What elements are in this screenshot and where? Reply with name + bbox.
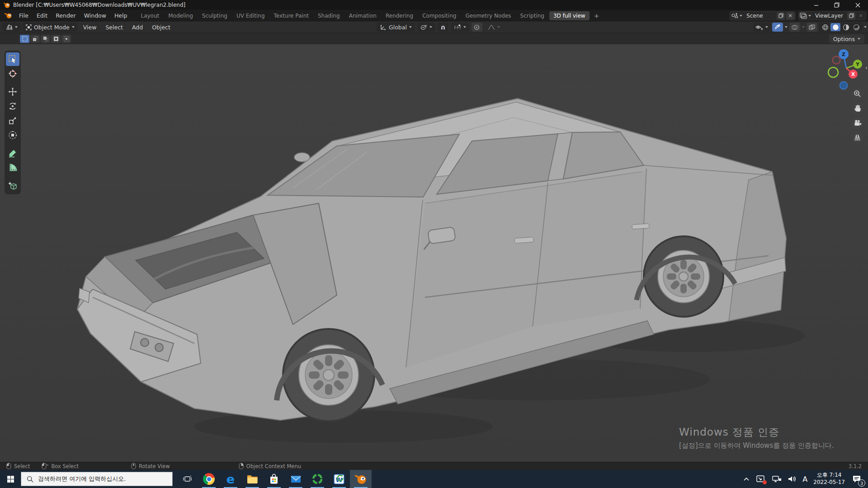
menu-render[interactable]: Render [52,11,80,20]
taskbar-app-store[interactable] [263,470,285,488]
task-view-button[interactable] [176,470,198,488]
orthographic-grid-button[interactable] [851,131,863,143]
snap-target-selector[interactable] [451,23,469,32]
object-visibility-selector[interactable] [753,23,770,32]
scene-copy-button[interactable] [777,12,785,19]
tab-compositing[interactable]: Compositing [418,11,460,20]
tab-scripting[interactable]: Scripting [516,11,548,20]
menu-view[interactable]: View [80,23,100,32]
snap-toggle[interactable] [438,23,448,32]
scene-unlink-button[interactable]: × [786,12,794,19]
gizmos-caret[interactable] [785,26,788,28]
overlays-caret[interactable] [802,26,805,28]
tab-animation[interactable]: Animation [345,11,381,20]
menu-select[interactable]: Select [102,23,127,32]
tab-shading[interactable]: Shading [314,11,344,20]
toggle-xray-button[interactable] [807,23,817,32]
tray-expand-chevron-icon[interactable] [743,476,750,482]
view-layer-dropdown-caret[interactable] [808,15,811,17]
show-gizmos-toggle[interactable] [772,23,783,32]
taskbar-app-file-explorer[interactable] [241,470,263,488]
shading-caret[interactable] [864,26,867,28]
proportional-editing-toggle[interactable] [472,23,482,32]
scene-name[interactable]: Scene [744,13,775,19]
tool-scale[interactable] [6,114,19,127]
tool-move[interactable] [6,85,19,99]
shading-material-preview-button[interactable] [841,23,851,31]
mode-selector[interactable]: Object Mode [23,23,78,32]
car-model[interactable] [0,44,868,462]
viewport-header: Object Mode View Select Add Object Globa… [0,21,868,33]
tool-cursor[interactable] [6,67,19,80]
select-mode-intersect[interactable] [61,35,71,43]
editor-type-selector[interactable] [2,23,21,32]
tab-3d-full-view[interactable]: 3D full view [549,11,590,20]
taskbar-app-mail[interactable] [285,470,307,488]
transform-orientation-selector[interactable]: Global [377,23,415,32]
blender-menu-logo-icon[interactable] [5,12,12,19]
taskbar-search-input[interactable]: 검색하려면 여기에 입력하십시오. [21,472,173,486]
volume-icon[interactable] [788,475,797,483]
restore-button[interactable] [826,0,847,10]
menu-object[interactable]: Object [148,23,174,32]
select-mode-extend[interactable] [30,35,40,43]
tab-uv-editing[interactable]: UV Editing [232,11,269,20]
add-workspace-button[interactable]: + [590,12,603,19]
shading-rendered-button[interactable] [851,23,861,31]
tab-layout[interactable]: Layout [137,11,163,20]
pivot-point-selector[interactable] [417,23,435,32]
tab-geometry-nodes[interactable]: Geometry Nodes [461,11,515,20]
hint-select: Select [6,463,30,469]
close-button[interactable] [847,0,868,10]
select-mode-invert[interactable] [51,35,61,43]
scene-dropdown-caret[interactable] [740,15,742,17]
tab-modeling[interactable]: Modeling [164,11,197,20]
navigation-gizmo[interactable]: Z Y X [823,47,867,90]
tab-sculpting[interactable]: Sculpting [198,11,231,20]
view-layer-name[interactable]: ViewLayer [812,13,846,19]
editor-3d-viewport-icon [5,24,13,30]
tool-select-box[interactable] [6,52,19,66]
menu-window[interactable]: Window [80,11,110,20]
tray-remote-app[interactable] [756,475,766,483]
taskbar-app-w-utility[interactable]: W [328,470,350,488]
taskbar-clock[interactable]: 오후 7:14 2022-05-17 [813,472,845,486]
menu-add[interactable]: Add [128,23,146,32]
taskbar-app-green-ring[interactable] [307,470,328,488]
tool-rotate[interactable] [6,99,19,113]
menu-help[interactable]: Help [110,11,132,20]
3d-viewport[interactable]: Z Y X ‹ Windows 정품 인증 [설정]으로 이동하여 Window… [0,44,868,462]
taskbar-app-blender[interactable] [350,470,372,488]
tab-rendering[interactable]: Rendering [382,11,417,20]
view-layer-remove-button[interactable]: × [857,12,865,19]
scene-selector[interactable]: Scene × [730,11,796,20]
taskbar-app-edge[interactable]: e [220,470,241,488]
proportional-falloff-selector[interactable] [485,23,503,32]
view-layer-selector[interactable]: ViewLayer × [798,11,866,20]
shading-solid-button[interactable] [830,23,840,31]
tab-texture-paint[interactable]: Texture Paint [270,11,313,20]
tool-annotate[interactable] [6,146,19,160]
zoom-button[interactable] [851,88,863,100]
camera-view-button[interactable] [851,117,863,129]
tool-measure[interactable] [6,161,19,174]
view-layer-copy-button[interactable] [847,12,855,19]
start-button[interactable] [0,470,21,488]
ime-indicator[interactable]: A [802,475,807,483]
show-overlays-toggle[interactable] [789,23,800,32]
network-icon[interactable] [772,475,782,483]
options-dropdown[interactable]: Options [829,34,864,43]
action-center-button[interactable]: 3 [851,474,863,484]
select-mode-subtract[interactable] [41,35,50,43]
shading-wireframe-button[interactable] [820,23,830,31]
minimize-button[interactable] [806,0,826,10]
task-view-icon [182,474,192,483]
taskbar-app-chrome[interactable] [198,470,220,488]
pan-hand-button[interactable] [851,102,863,114]
menu-edit[interactable]: Edit [33,11,52,20]
menu-file[interactable]: File [15,11,33,20]
tool-add-cube[interactable] [6,179,19,192]
select-mode-set[interactable] [20,35,29,43]
sidebar-collapse-arrow[interactable]: ‹ [865,64,868,71]
tool-transform[interactable] [6,128,19,142]
